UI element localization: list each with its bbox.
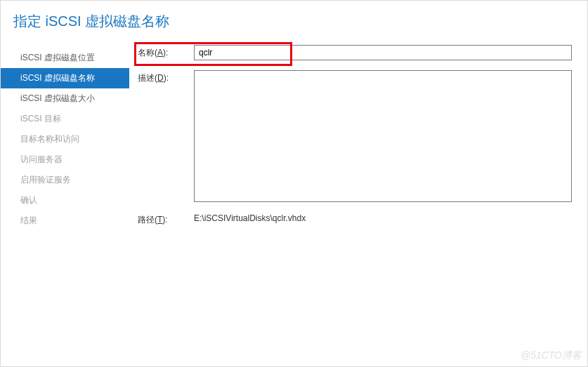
step-target-name-access: 目标名称和访问	[1, 129, 129, 149]
step-disk-size[interactable]: iSCSI 虚拟磁盘大小	[1, 88, 129, 109]
form-area: 名称(A): 描述(D): 路径(T): E:\iSCSIVirtualDisk…	[129, 45, 587, 236]
description-label: 描述(D):	[138, 70, 194, 84]
path-value: E:\iSCSIVirtualDisks\qclr.vhdx	[194, 212, 572, 223]
step-access-servers: 访问服务器	[1, 149, 129, 170]
step-disk-name[interactable]: iSCSI 虚拟磁盘名称	[1, 68, 129, 88]
step-enable-auth: 启用验证服务	[1, 170, 129, 190]
step-iscsi-target: iSCSI 目标	[1, 109, 129, 129]
watermark: @51CTO博客	[521, 349, 582, 362]
wizard-steps-sidebar: iSCSI 虚拟磁盘位置 iSCSI 虚拟磁盘名称 iSCSI 虚拟磁盘大小 i…	[1, 45, 129, 236]
wizard-header: 指定 iSCSI 虚拟磁盘名称	[1, 1, 587, 45]
name-input[interactable]	[194, 45, 572, 60]
step-results: 结果	[1, 211, 129, 231]
path-label: 路径(T):	[138, 212, 194, 226]
description-textarea[interactable]	[194, 70, 572, 202]
page-title: 指定 iSCSI 虚拟磁盘名称	[13, 12, 575, 31]
step-confirm: 确认	[1, 190, 129, 211]
name-label: 名称(A):	[138, 45, 194, 59]
step-disk-location[interactable]: iSCSI 虚拟磁盘位置	[1, 48, 129, 68]
